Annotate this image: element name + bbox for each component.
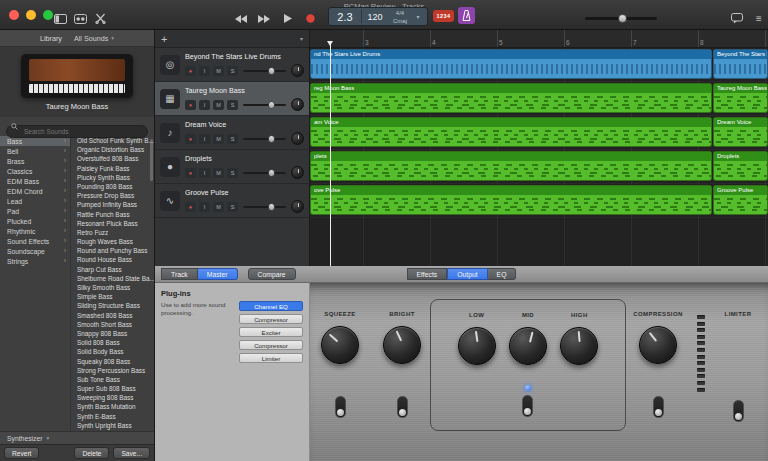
volume-thumb[interactable] <box>268 135 276 143</box>
mid-knob[interactable] <box>509 327 547 365</box>
solo-button[interactable]: S <box>227 100 238 110</box>
record-enable-button[interactable]: ● <box>185 134 196 144</box>
sound-list-item[interactable]: Synth Upright Bass <box>71 421 154 430</box>
sound-list-item[interactable]: Plucky Synth Bass <box>71 173 154 182</box>
sound-list-item[interactable]: Sweeping 808 Bass <box>71 393 154 402</box>
sound-list-item[interactable]: Smooth Short Bass <box>71 320 154 329</box>
region[interactable]: nd The Stars Live Drums <box>310 49 712 79</box>
category-item[interactable]: Sound Effects › <box>0 236 70 246</box>
mute-button[interactable]: M <box>213 168 224 178</box>
region[interactable]: reg Moon Bass <box>310 83 712 113</box>
delete-button[interactable]: Delete <box>74 447 109 459</box>
mute-button[interactable]: M <box>213 202 224 212</box>
solo-button[interactable]: S <box>227 168 238 178</box>
track-header[interactable]: ▦ Taureg Moon Bass ● I M S <box>155 82 309 116</box>
sound-list-item[interactable]: Rattle Punch Bass <box>71 210 154 219</box>
volume-thumb[interactable] <box>618 14 627 23</box>
scrollbar[interactable] <box>150 139 153 181</box>
category-item[interactable]: Classics › <box>0 166 70 176</box>
sound-list-item[interactable]: Smashed 808 Bass <box>71 311 154 320</box>
record-enable-button[interactable]: ● <box>185 168 196 178</box>
lcd-dropdown-chevron[interactable]: ▾ <box>412 13 424 20</box>
region[interactable]: ove Pulse <box>310 185 712 215</box>
control-bar-tab[interactable]: Master <box>198 268 238 280</box>
sound-list-item[interactable]: Rough Waves Bass <box>71 237 154 246</box>
sound-list-item[interactable]: Pumped Infinity Bass <box>71 200 154 209</box>
sound-list-item[interactable]: Solid 808 Bass <box>71 338 154 347</box>
control-bar-tab[interactable]: Track <box>161 268 198 280</box>
input-monitor-button[interactable]: I <box>199 168 210 178</box>
solo-button[interactable]: S <box>227 66 238 76</box>
input-monitor-button[interactable]: I <box>199 134 210 144</box>
sound-list-item[interactable]: Paisley Funk Bass <box>71 164 154 173</box>
low-knob[interactable] <box>458 327 496 365</box>
view-tab[interactable]: Effects <box>407 268 448 280</box>
region[interactable]: Beyond The Stars Live Drums <box>713 49 768 79</box>
volume-slider[interactable] <box>243 101 286 109</box>
sound-list-item[interactable]: Shelburne Road State Ba... <box>71 274 154 283</box>
sound-list-item[interactable]: Simple Bass <box>71 292 154 301</box>
sound-list-item[interactable]: Silky Smooth Bass <box>71 283 154 292</box>
pan-knob[interactable] <box>291 64 304 77</box>
category-item[interactable]: Brass › <box>0 156 70 166</box>
sound-list-item[interactable]: Old School Funk Synth B... <box>71 136 154 145</box>
metronome-button[interactable] <box>458 7 475 24</box>
category-item[interactable]: Lead › <box>0 196 70 206</box>
bright-knob[interactable] <box>383 326 421 364</box>
sound-filter-dropdown[interactable]: All Sounds ▾ <box>74 34 114 43</box>
sound-list-item[interactable]: Strong Percussion Bass <box>71 366 154 375</box>
input-monitor-button[interactable]: I <box>199 100 210 110</box>
region[interactable]: Groove Pulse <box>713 185 768 215</box>
track-header[interactable]: ● Droplets ● I M S <box>155 150 309 184</box>
sound-list-item[interactable]: Organic Distortion Bass <box>71 145 154 154</box>
volume-slider[interactable] <box>243 67 286 75</box>
record-enable-button[interactable]: ● <box>185 66 196 76</box>
limiter-switch[interactable] <box>733 400 744 422</box>
sound-list-item[interactable]: Round and Punchy Bass <box>71 246 154 255</box>
category-item[interactable]: EDM Bass › <box>0 176 70 186</box>
sound-list-item[interactable]: Snappy 808 Bass <box>71 329 154 338</box>
mid-switch[interactable] <box>522 395 533 417</box>
quick-help-icon[interactable] <box>729 11 745 26</box>
mute-button[interactable]: M <box>213 100 224 110</box>
category-item[interactable]: Pad › <box>0 206 70 216</box>
sound-list-item[interactable]: Squeaky 808 Bass <box>71 357 154 366</box>
squeeze-switch[interactable] <box>335 396 346 418</box>
ruler[interactable]: 345678 <box>310 30 768 48</box>
category-item[interactable]: Soundscape › <box>0 246 70 256</box>
sound-list-item[interactable]: Retro Fuzz <box>71 228 154 237</box>
volume-thumb[interactable] <box>268 203 276 211</box>
timeline[interactable]: 345678 nd The Stars Live Drums Be <box>310 30 768 266</box>
mute-button[interactable]: M <box>213 134 224 144</box>
pan-knob[interactable] <box>291 98 304 111</box>
sound-list-item[interactable]: Pressure Drop Bass <box>71 191 154 200</box>
count-in-button[interactable]: 1234 <box>433 10 454 22</box>
region[interactable]: Droplets <box>713 151 768 181</box>
playhead-handle[interactable] <box>327 41 333 49</box>
rewind-button[interactable] <box>233 11 249 26</box>
library-toggle-button[interactable] <box>52 11 68 26</box>
sound-list-item[interactable]: Super Sub 808 Bass <box>71 384 154 393</box>
category-item[interactable]: EDM Chord › <box>0 186 70 196</box>
high-knob[interactable] <box>560 327 598 365</box>
solo-button[interactable]: S <box>227 134 238 144</box>
volume-slider[interactable] <box>243 169 286 177</box>
instrument-type-row[interactable]: Synthesizer ▾ <box>0 431 154 444</box>
track-header[interactable]: ∿ Groove Pulse ● I M S <box>155 184 309 218</box>
pan-knob[interactable] <box>291 166 304 179</box>
sound-list-item[interactable]: Sub Tone Bass <box>71 375 154 384</box>
region[interactable]: Dream Voice <box>713 117 768 147</box>
record-button[interactable] <box>302 11 318 26</box>
playhead[interactable] <box>330 41 331 266</box>
save-button[interactable]: Save... <box>113 447 150 459</box>
volume-thumb[interactable] <box>268 101 276 109</box>
view-tab[interactable]: Output <box>447 268 487 280</box>
squeeze-knob[interactable] <box>321 326 359 364</box>
solo-button[interactable]: S <box>227 202 238 212</box>
input-monitor-button[interactable]: I <box>199 202 210 212</box>
note-pad-icon[interactable]: ≡ <box>751 11 767 26</box>
track-options-chevron[interactable]: ▾ <box>300 35 303 42</box>
pan-knob[interactable] <box>291 200 304 213</box>
forward-button[interactable] <box>256 11 272 26</box>
plugin-slot[interactable]: Compressor <box>239 340 303 350</box>
